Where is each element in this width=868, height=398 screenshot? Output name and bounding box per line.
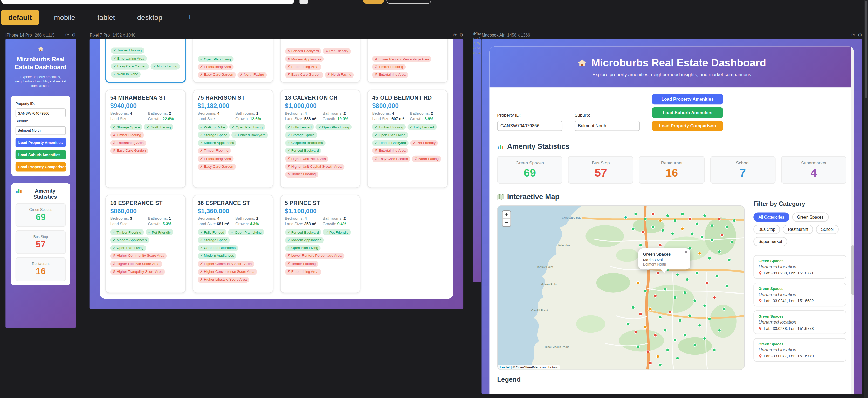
map-marker[interactable]	[688, 218, 691, 221]
map-marker[interactable]	[647, 350, 650, 353]
map-marker[interactable]	[651, 226, 654, 228]
location-list-item[interactable]: Green SpacesUnnamed locationLat: -33.007…	[753, 338, 846, 362]
property-card[interactable]: 16 ESPERANCE ST$860,000Bedrooms: 3Bathro…	[105, 195, 186, 293]
rotate-icon[interactable]: ⟳	[851, 32, 855, 37]
map-marker[interactable]	[703, 337, 706, 340]
suburb-input[interactable]	[16, 126, 66, 135]
property-card[interactable]: 45 OLD BELMONT RD$800,000Bedrooms: 4Bath…	[367, 90, 448, 188]
leaflet-link[interactable]: Leaflet	[500, 365, 510, 369]
filter-chip-school[interactable]: School	[816, 225, 839, 234]
map-marker[interactable]	[659, 219, 662, 222]
map-marker[interactable]	[639, 312, 642, 315]
filter-chip-all-categories[interactable]: All Categories	[753, 212, 789, 222]
tab-tablet[interactable]: tablet	[90, 9, 122, 25]
map-marker[interactable]	[708, 257, 711, 260]
property-card[interactable]: 36 ESPERANCE ST$1,360,000Bedrooms: 4Bath…	[192, 195, 273, 293]
property-card[interactable]: 54 MIRAMBEENA ST$940,000Bedrooms: 4Bathr…	[105, 90, 186, 188]
map-marker[interactable]	[725, 285, 728, 288]
map-marker[interactable]	[666, 349, 669, 351]
map-marker[interactable]	[711, 239, 714, 242]
map-marker[interactable]	[696, 223, 699, 225]
zoom-in-button[interactable]: +	[503, 211, 510, 219]
map-marker[interactable]	[627, 322, 630, 325]
property-card[interactable]: ✗ Fenced Backyard✗ Pet Friendly✗ Modern …	[280, 39, 361, 83]
map-marker[interactable]	[693, 299, 696, 302]
map-marker[interactable]	[663, 288, 667, 291]
map-marker[interactable]	[644, 325, 647, 328]
map-marker[interactable]	[727, 258, 731, 261]
map-marker[interactable]	[696, 271, 699, 274]
location-list-item[interactable]: Green SpacesUnnamed locationLat: -33.023…	[753, 255, 846, 279]
map-marker[interactable]	[683, 334, 686, 337]
map-marker[interactable]	[703, 214, 706, 217]
map-marker[interactable]	[659, 363, 662, 366]
property-id-input[interactable]	[497, 121, 562, 131]
map-marker[interactable]	[632, 227, 635, 230]
property-card[interactable]: ✓ Timber Flooring✓ Entertaining Area✓ Ea…	[105, 39, 186, 83]
location-list-item[interactable]: Green SpacesUnnamed locationLat: -33.024…	[753, 283, 846, 306]
filter-chip-restaurant[interactable]: Restaurant	[783, 225, 813, 234]
map-marker[interactable]	[644, 290, 647, 293]
dashboard-scrollbar[interactable]	[851, 46, 854, 394]
load-property-amenities-button[interactable]: Load Property Amenities	[16, 138, 66, 147]
map-marker[interactable]	[683, 291, 686, 294]
location-list-item[interactable]: Green SpacesUnnamed locationLat: -33.028…	[753, 310, 846, 334]
map-marker[interactable]	[718, 329, 721, 332]
window-scrollbar-thumb[interactable]	[864, 1, 867, 98]
map-marker[interactable]	[701, 235, 704, 238]
interactive-map[interactable]: Croudace BayValentineHartley PointGreen …	[497, 205, 745, 370]
load-property-comparison-button[interactable]: Load Property Comparison	[652, 121, 723, 131]
load-property-comparison-button[interactable]: Load Property Comparison	[16, 162, 66, 171]
tab-default[interactable]: default	[1, 9, 39, 25]
map-marker[interactable]	[681, 212, 684, 215]
map-marker[interactable]	[693, 343, 696, 346]
address-bar[interactable]	[1, 0, 294, 4]
map-marker[interactable]	[723, 307, 726, 310]
map-marker[interactable]	[661, 229, 664, 232]
map-marker[interactable]	[711, 224, 714, 227]
map-marker[interactable]	[663, 329, 667, 332]
map-marker[interactable]	[703, 304, 706, 307]
map-marker[interactable]	[725, 226, 728, 228]
map-marker[interactable]	[713, 296, 716, 299]
map-marker[interactable]	[637, 281, 640, 284]
map-marker[interactable]	[666, 214, 669, 217]
map-marker[interactable]	[634, 212, 637, 215]
load-property-amenities-button[interactable]: Load Property Amenities	[652, 94, 723, 105]
load-suburb-amenities-button[interactable]: Load Suburb Amenities	[16, 150, 66, 159]
load-suburb-amenities-button[interactable]: Load Suburb Amenities	[652, 107, 723, 118]
add-suite-button[interactable]: +	[184, 12, 196, 22]
map-marker[interactable]	[674, 296, 677, 299]
map-canvas[interactable]	[498, 206, 744, 370]
map-marker[interactable]	[669, 311, 672, 314]
property-card[interactable]: 5 PRINCE ST$1,100,000Bedrooms: 4Bathroom…	[280, 195, 361, 293]
map-marker[interactable]	[676, 357, 679, 359]
map-marker[interactable]	[720, 234, 723, 237]
property-card[interactable]: 13 CALVERTON CR$1,000,000Bedrooms: 4Bath…	[280, 90, 361, 188]
property-card[interactable]: ✗ Lower Renters Percentage Area✗ Timber …	[367, 39, 448, 83]
map-marker[interactable]	[651, 212, 654, 215]
top-mini-button[interactable]	[299, 0, 308, 4]
filter-chip-bus-stop[interactable]: Bus Stop	[753, 225, 780, 234]
zoom-out-button[interactable]: −	[503, 219, 510, 226]
property-card[interactable]: 75 HARRISON ST$1,182,000Bedrooms: 4Bathr…	[192, 90, 273, 188]
map-marker[interactable]	[681, 227, 684, 230]
popup-close-icon[interactable]: ×	[685, 250, 687, 254]
map-marker[interactable]	[637, 345, 640, 348]
map-marker[interactable]	[713, 349, 716, 351]
settings-icon[interactable]: ⚙	[72, 32, 76, 37]
map-marker[interactable]	[676, 273, 679, 276]
map-marker[interactable]	[730, 240, 733, 243]
map-marker[interactable]	[659, 316, 662, 319]
map-marker[interactable]	[656, 271, 659, 274]
map-marker[interactable]	[718, 250, 721, 253]
map-marker[interactable]	[688, 314, 691, 317]
map-marker[interactable]	[644, 218, 647, 221]
map-marker[interactable]	[671, 232, 674, 235]
map-marker[interactable]	[654, 294, 657, 297]
map-marker[interactable]	[698, 252, 701, 255]
map-marker[interactable]	[733, 219, 736, 222]
settings-icon[interactable]: ⚙	[858, 32, 862, 37]
suburb-input[interactable]	[575, 121, 640, 131]
map-marker[interactable]	[639, 244, 642, 246]
